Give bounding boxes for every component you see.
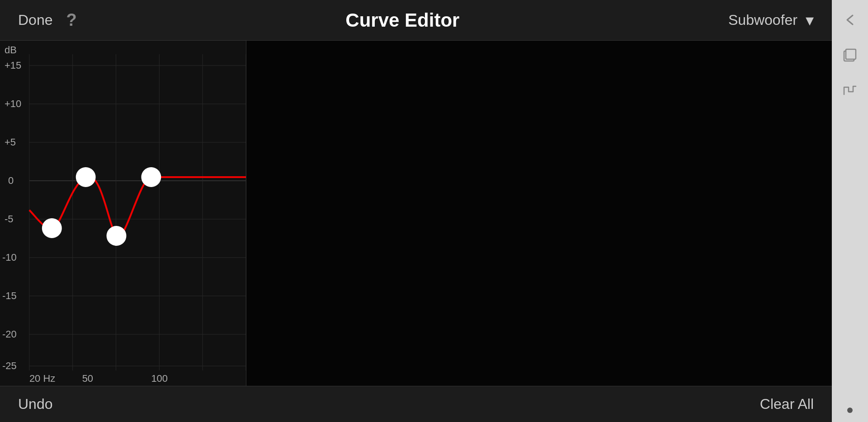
header-left: Done ? [18, 10, 77, 30]
sidebar-dot [847, 408, 853, 413]
svg-text:-25: -25 [2, 360, 17, 371]
svg-text:+10: +10 [5, 98, 21, 109]
svg-rect-28 [846, 49, 856, 59]
sidebar-top-icons [839, 9, 861, 101]
svg-text:-5: -5 [5, 213, 14, 225]
curve-chart[interactable]: dB +15 +10 +5 0 -5 -10 -15 [0, 41, 246, 386]
help-button[interactable]: ? [66, 10, 77, 30]
main-area: dB +15 +10 +5 0 -5 -10 -15 [0, 41, 832, 386]
control-point-3[interactable] [107, 226, 127, 246]
svg-text:0: 0 [8, 175, 14, 186]
control-point-1[interactable] [42, 218, 62, 238]
header-right: Subwoofer ▾ [728, 11, 814, 30]
svg-text:-15: -15 [2, 290, 17, 301]
subwoofer-label: Subwoofer [728, 12, 797, 28]
svg-text:20 Hz: 20 Hz [29, 373, 55, 384]
db-label: dB [5, 44, 17, 56]
footer: Undo Clear All [0, 386, 832, 422]
control-point-4[interactable] [141, 167, 161, 187]
svg-text:-10: -10 [2, 252, 17, 263]
chart-container[interactable]: dB +15 +10 +5 0 -5 -10 -15 [0, 41, 246, 386]
sidebar-bottom [847, 408, 853, 413]
header: Done ? Curve Editor Subwoofer ▾ [0, 0, 832, 41]
sidebar [832, 0, 868, 422]
right-panel [246, 41, 832, 386]
svg-text:100: 100 [151, 373, 168, 384]
done-button[interactable]: Done [18, 12, 53, 28]
clear-all-button[interactable]: Clear All [760, 396, 814, 413]
page-title: Curve Editor [345, 9, 459, 31]
svg-text:50: 50 [82, 373, 93, 384]
subwoofer-dropdown[interactable]: ▾ [806, 11, 814, 30]
curve-icon[interactable] [839, 80, 861, 101]
svg-text:+5: +5 [5, 136, 16, 148]
svg-text:+15: +15 [5, 60, 21, 71]
undo-button[interactable]: Undo [18, 396, 53, 413]
control-point-2[interactable] [76, 167, 96, 187]
back-icon[interactable] [839, 9, 861, 31]
eq-curve [29, 176, 246, 237]
svg-text:-20: -20 [2, 328, 17, 340]
copy-icon[interactable] [839, 44, 861, 66]
